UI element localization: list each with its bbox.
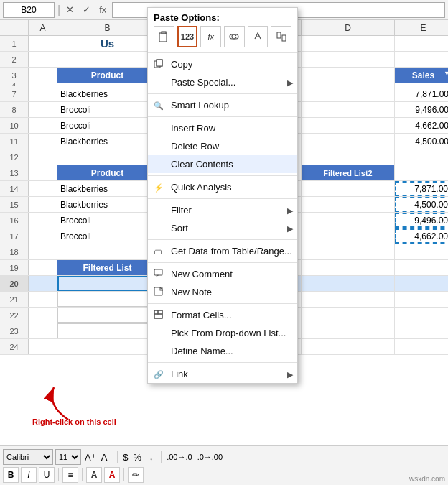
cell-d18[interactable] xyxy=(302,244,395,259)
cell-reference[interactable]: B20 xyxy=(3,2,55,18)
cancel-formula-btn[interactable]: ✕ xyxy=(63,4,77,16)
cell-b4[interactable] xyxy=(57,83,158,86)
cell-d16[interactable] xyxy=(302,213,395,228)
cell-b16[interactable]: Broccoli xyxy=(57,213,158,228)
cell-d4[interactable] xyxy=(302,83,395,86)
decrease-decimal-btn[interactable]: .00→.0 xyxy=(165,453,193,461)
cell-e7[interactable]: 7,871.00 xyxy=(395,86,448,101)
cell-e2[interactable] xyxy=(395,52,448,67)
font-shrink-btn[interactable]: A⁻ xyxy=(100,452,114,463)
cell-a16[interactable] xyxy=(29,213,57,228)
menu-item-pick-dropdown[interactable]: Pick From Drop-down List... xyxy=(148,324,297,342)
cell-a11[interactable] xyxy=(29,134,57,149)
menu-item-quick-analysis[interactable]: ⚡ Quick Analysis xyxy=(148,178,297,196)
cell-d8[interactable] xyxy=(302,102,395,117)
cell-d13[interactable]: Filtered List2 xyxy=(302,165,395,180)
menu-item-copy[interactable]: Copy xyxy=(148,55,297,73)
cell-b2[interactable] xyxy=(57,52,158,67)
cell-a19[interactable] xyxy=(29,260,57,275)
cell-b21[interactable] xyxy=(57,292,158,307)
cell-e19[interactable] xyxy=(395,260,448,275)
cell-e10[interactable]: 4,662.00 xyxy=(395,118,448,133)
cell-d24[interactable] xyxy=(302,339,395,354)
cell-e23[interactable] xyxy=(395,323,448,338)
underline-btn[interactable]: U xyxy=(39,467,55,483)
cell-d11[interactable] xyxy=(302,134,395,149)
cell-a23[interactable] xyxy=(29,323,57,338)
cell-b23[interactable] xyxy=(57,323,158,338)
col-header-a[interactable]: A xyxy=(29,20,57,35)
cell-a3[interactable] xyxy=(29,68,57,83)
cell-d22[interactable] xyxy=(302,308,395,323)
cell-a13[interactable] xyxy=(29,165,57,180)
menu-item-link[interactable]: 🔗 Link ▶ xyxy=(148,365,297,383)
cell-b12[interactable] xyxy=(57,149,158,165)
cell-a4[interactable] xyxy=(29,83,57,86)
insert-function-btn[interactable]: fx xyxy=(96,4,109,16)
paste-icon-formula[interactable]: fx xyxy=(200,26,221,47)
font-color-btn[interactable]: A xyxy=(104,467,120,483)
cell-b1[interactable]: Us xyxy=(57,36,158,51)
cell-d15[interactable] xyxy=(302,197,395,212)
cell-b20[interactable] xyxy=(57,276,158,291)
cell-d10[interactable] xyxy=(302,118,395,133)
font-family-select[interactable]: Calibri xyxy=(3,449,53,465)
cell-e18[interactable] xyxy=(395,244,448,259)
cell-a17[interactable] xyxy=(29,228,57,244)
cell-e8[interactable]: 9,496.00 xyxy=(395,102,448,117)
confirm-formula-btn[interactable]: ✓ xyxy=(80,4,93,16)
cell-e3[interactable]: Sales ▼ xyxy=(395,68,448,83)
cell-e12[interactable] xyxy=(395,149,448,165)
cell-d21[interactable] xyxy=(302,292,395,307)
col-header-d[interactable]: D xyxy=(302,20,395,35)
cell-a7[interactable] xyxy=(29,86,57,101)
cell-e15[interactable]: 4,500.00 xyxy=(395,197,448,212)
menu-item-sort[interactable]: Sort ▶ xyxy=(148,219,297,237)
cell-b10[interactable]: Broccoli xyxy=(57,118,158,133)
cell-d12[interactable] xyxy=(302,149,395,165)
cell-e4[interactable] xyxy=(395,83,448,86)
cell-b19[interactable]: Filtered List xyxy=(57,260,158,275)
font-size-select[interactable]: 11 xyxy=(55,449,81,465)
menu-item-format-cells[interactable]: Format Cells... xyxy=(148,306,297,324)
thousands-btn[interactable]: ， xyxy=(145,451,157,463)
cell-a15[interactable] xyxy=(29,197,57,212)
cell-b11[interactable]: Blackberries xyxy=(57,134,158,149)
cell-e17[interactable]: 4,662.00 xyxy=(395,228,448,244)
cell-b15[interactable]: Blackberries xyxy=(57,197,158,212)
cell-d14[interactable] xyxy=(302,181,395,196)
cell-e20[interactable] xyxy=(395,276,448,291)
bold-btn[interactable]: B xyxy=(3,467,19,483)
italic-btn[interactable]: I xyxy=(21,467,37,483)
font-grow-btn[interactable]: A⁺ xyxy=(83,452,98,463)
cell-d3[interactable] xyxy=(302,68,395,83)
paste-icon-link[interactable] xyxy=(224,26,245,47)
cell-e13[interactable] xyxy=(395,165,448,180)
menu-item-delete-row[interactable]: Delete Row xyxy=(148,137,297,155)
cell-a1[interactable] xyxy=(29,36,57,51)
menu-item-new-note[interactable]: New Note xyxy=(148,283,297,301)
cell-a22[interactable] xyxy=(29,308,57,323)
cell-d23[interactable] xyxy=(302,323,395,338)
cell-b13[interactable]: Product xyxy=(57,165,158,180)
cell-d17[interactable] xyxy=(302,228,395,244)
cell-a12[interactable] xyxy=(29,149,57,165)
col-header-e[interactable]: E xyxy=(395,20,448,35)
cell-b24[interactable] xyxy=(57,339,158,354)
paste-icon-format[interactable] xyxy=(248,26,269,47)
cell-d1[interactable] xyxy=(302,36,395,51)
cell-a21[interactable] xyxy=(29,292,57,307)
menu-item-new-comment[interactable]: New Comment xyxy=(148,265,297,283)
menu-item-clear-contents[interactable]: Clear Contents xyxy=(148,155,297,173)
align-btn[interactable]: ≡ xyxy=(62,467,78,483)
cell-a24[interactable] xyxy=(29,339,57,354)
menu-item-filter[interactable]: Filter ▶ xyxy=(148,201,297,219)
cell-a10[interactable] xyxy=(29,118,57,133)
cell-a14[interactable] xyxy=(29,181,57,196)
paste-icon-transpose[interactable] xyxy=(271,26,291,47)
cell-d19[interactable] xyxy=(302,260,395,275)
cell-b18[interactable] xyxy=(57,244,158,259)
menu-item-smart-lookup[interactable]: 🔍 Smart Lookup xyxy=(148,96,297,114)
cell-b22[interactable] xyxy=(57,308,158,323)
cell-a2[interactable] xyxy=(29,52,57,67)
